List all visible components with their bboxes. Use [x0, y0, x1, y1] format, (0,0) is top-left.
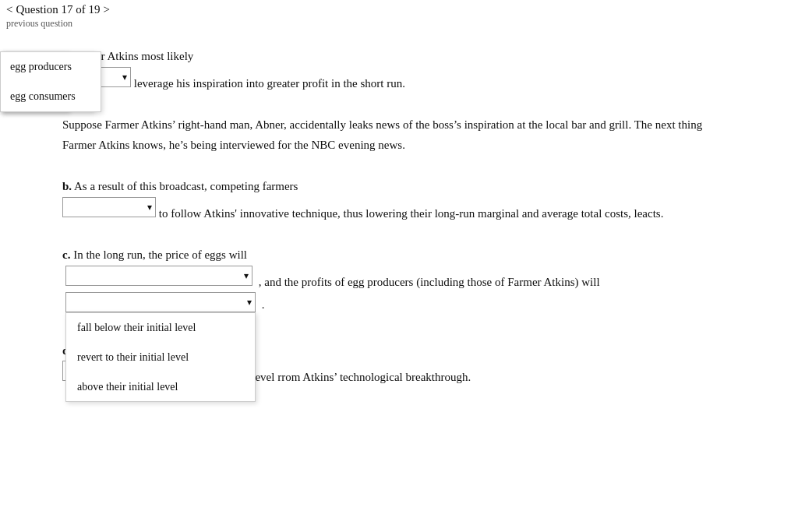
part-d-option-producers[interactable]: egg producers: [1, 52, 101, 82]
part-c-menu2: fall below their initial level revert to…: [65, 312, 256, 402]
page-container: < Question 17 of 19 > previous question …: [0, 0, 798, 532]
prev-question-link[interactable]: previous question: [6, 18, 72, 29]
part-b-text-end: ts.: [653, 207, 664, 220]
nav-bar: < Question 17 of 19 > previous question: [0, 0, 798, 31]
part-b-label: b.: [62, 180, 72, 192]
part-a-text-after: leverage his inspiration into greater pr…: [134, 77, 405, 90]
part-b-text-after: to follow Atkins' innovative technique, …: [159, 207, 653, 220]
part-c-text-mid: , and the profits of egg producers (incl…: [259, 276, 600, 288]
part-d-text-after2: rom Atkins’ technological breakthrough.: [281, 371, 471, 383]
part-d-menu: egg producers egg consumers: [0, 51, 101, 112]
part-c-select2-wrapper: fall below their initial level revert to…: [65, 292, 256, 319]
part-c-option-revert[interactable]: revert to their initial level: [66, 343, 255, 372]
question-label: Question 17 of 19: [16, 3, 100, 16]
part-c-label: c.: [62, 248, 70, 261]
part-a: a Farmer Atkins most likely cannot can l…: [62, 47, 736, 93]
part-c-select1[interactable]: [65, 266, 252, 286]
part-c-option-fall[interactable]: fall below their initial level: [66, 313, 255, 343]
part-c: c. In the long run, the price of eggs wi…: [62, 245, 736, 319]
part-c-text-before: In the long run, the price of eggs will: [73, 248, 250, 261]
prev-arrow[interactable]: <: [6, 3, 12, 16]
interlude-text: Suppose Farmer Atkins’ right-hand man, A…: [62, 115, 736, 155]
part-b-select[interactable]: [62, 197, 156, 217]
part-c-select2[interactable]: [65, 292, 256, 312]
next-arrow[interactable]: >: [103, 3, 109, 16]
interlude: Suppose Farmer Atkins’ right-hand man, A…: [62, 115, 736, 155]
part-c-option-above[interactable]: above their initial level: [66, 372, 255, 402]
part-c-text-end: .: [262, 298, 265, 311]
part-d-option-consumers[interactable]: egg consumers: [1, 82, 101, 111]
part-b: b. As a result of this broadcast, compet…: [62, 177, 736, 224]
part-b-text-before: As a result of this broadcast, competing…: [74, 180, 301, 192]
main-content: a Farmer Atkins most likely cannot can l…: [0, 31, 798, 433]
